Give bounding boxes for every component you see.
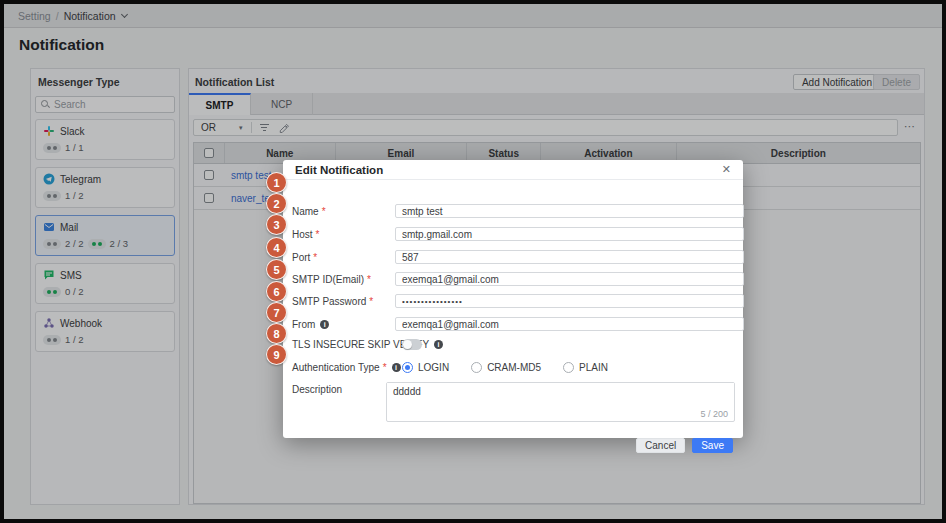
host-label: Host* <box>292 229 319 240</box>
required-marker: * <box>383 362 387 373</box>
modal-header: Edit Notification ✕ <box>283 160 743 180</box>
close-icon[interactable]: ✕ <box>722 164 731 175</box>
toggle-knob <box>403 340 412 349</box>
app-window: Setting / Notification Notification Mess… <box>0 0 946 523</box>
annotation-circle-5: 5 <box>266 259 287 280</box>
radio-button <box>471 362 482 373</box>
port-label: Port* <box>292 252 317 263</box>
required-marker: * <box>316 229 320 240</box>
required-marker: * <box>367 274 371 285</box>
annotation-circle-9: 9 <box>266 344 287 365</box>
edit-notification-modal: Edit Notification ✕ Name* Host* Port* SM… <box>283 160 743 438</box>
annotation-circle-7: 7 <box>266 302 287 323</box>
info-icon: i <box>434 340 443 349</box>
description-label: Description <box>292 384 342 395</box>
port-field[interactable] <box>395 250 744 264</box>
description-field[interactable]: ddddd <box>387 383 734 409</box>
required-marker: * <box>313 252 317 263</box>
description-box: ddddd 5 / 200 <box>386 382 735 422</box>
auth-type-radio-group: LOGIN CRAM-MD5 PLAIN <box>402 362 608 373</box>
info-icon: i <box>392 363 401 372</box>
annotation-circle-3: 3 <box>266 214 287 235</box>
smtp-id-label: SMTP ID(Email)* <box>292 274 371 285</box>
annotation-circle-1: 1 <box>266 172 287 193</box>
name-label: Name* <box>292 206 326 217</box>
cancel-button[interactable]: Cancel <box>636 438 685 453</box>
char-counter: 5 / 200 <box>700 409 728 419</box>
required-marker: * <box>322 206 326 217</box>
radio-button <box>563 362 574 373</box>
from-label: Fromi <box>292 319 329 330</box>
name-field[interactable] <box>395 204 744 218</box>
annotation-circle-6: 6 <box>266 281 287 302</box>
modal-footer: Cancel Save <box>636 438 733 453</box>
radio-button-selected <box>402 362 413 373</box>
modal-body: Name* Host* Port* SMTP ID(Email)* SMTP P… <box>283 180 743 418</box>
info-icon: i <box>320 320 329 329</box>
host-field[interactable] <box>395 227 744 241</box>
modal-title: Edit Notification <box>295 164 383 176</box>
auth-type-label: Authentication Type*i <box>292 362 401 373</box>
radio-plain[interactable]: PLAIN <box>563 362 608 373</box>
tls-toggle[interactable] <box>402 339 422 350</box>
annotation-circle-2: 2 <box>266 193 287 214</box>
required-marker: * <box>369 296 373 307</box>
annotation-circle-8: 8 <box>266 323 287 344</box>
save-button[interactable]: Save <box>692 438 733 453</box>
radio-login[interactable]: LOGIN <box>402 362 449 373</box>
smtp-password-label: SMTP Password* <box>292 296 373 307</box>
smtp-password-field[interactable] <box>395 294 744 308</box>
from-field[interactable] <box>395 317 744 331</box>
annotation-circle-4: 4 <box>266 237 287 258</box>
radio-cram-md5[interactable]: CRAM-MD5 <box>471 362 541 373</box>
smtp-id-field[interactable] <box>395 272 744 286</box>
